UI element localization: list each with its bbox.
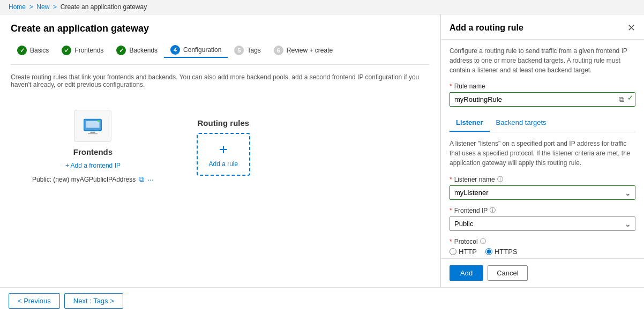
- protocol-label: * Protocol ⓘ: [450, 237, 635, 245]
- right-panel: Add a routing rule ✕ Configure a routing…: [440, 14, 644, 287]
- rule-name-input-wrapper: ⧉ ✓: [450, 92, 635, 107]
- add-rule-plus-icon: +: [219, 141, 228, 158]
- canvas-area: Frontends + Add a frontend IP Public: (n…: [11, 99, 429, 195]
- listener-description: A listener "listens" on a specified port…: [450, 139, 635, 168]
- listener-name-label: * Listener name ⓘ: [450, 175, 635, 183]
- routing-rules-title: Routing rules: [198, 118, 250, 128]
- page-title: Create an application gateway: [11, 23, 429, 34]
- previous-button[interactable]: < Previous: [9, 293, 60, 309]
- frontend-ip-group: * Frontend IP ⓘ Public: [450, 206, 635, 231]
- left-panel: Create an application gateway ✓ Basics ✓…: [0, 14, 440, 287]
- protocol-info-icon[interactable]: ⓘ: [480, 237, 486, 245]
- step-label-basics: Basics: [30, 47, 49, 54]
- step-icon-tags: 5: [234, 46, 244, 55]
- add-button[interactable]: Add: [450, 265, 483, 281]
- routing-rules-block: Routing rules + Add a rule: [197, 118, 250, 176]
- wizard-steps: ✓ Basics ✓ Frontends ✓ Backends 4 Config…: [11, 43, 429, 65]
- drawer-description: Configure a routing rule to send traffic…: [450, 46, 635, 75]
- rule-name-copy-btn[interactable]: ⧉: [617, 94, 626, 105]
- breadcrumb: Home > New > Create an application gatew…: [0, 0, 644, 14]
- next-button[interactable]: Next : Tags >: [64, 293, 123, 309]
- svg-rect-2: [91, 132, 95, 133]
- tab-listener[interactable]: Listener: [450, 114, 490, 132]
- listener-name-group: * Listener name ⓘ: [450, 175, 635, 200]
- protocol-https-radio[interactable]: [485, 248, 492, 255]
- drawer-body: Configure a routing rule to send traffic…: [441, 40, 644, 258]
- drawer-footer: Add Cancel: [441, 258, 644, 287]
- frontend-ip-info-icon[interactable]: ⓘ: [490, 206, 496, 214]
- protocol-radio-group: HTTP HTTPS: [450, 248, 635, 256]
- add-rule-label: Add a rule: [209, 160, 238, 168]
- svg-rect-3: [88, 133, 98, 134]
- listener-name-info-icon[interactable]: ⓘ: [497, 175, 503, 183]
- svg-point-4: [98, 120, 100, 122]
- protocol-https-option[interactable]: HTTPS: [485, 248, 518, 256]
- drawer-close-button[interactable]: ✕: [627, 22, 635, 34]
- step-label-tags: Tags: [247, 47, 260, 54]
- breadcrumb-new[interactable]: New: [36, 3, 49, 11]
- rule-name-input[interactable]: [450, 92, 635, 107]
- drawer-header: Add a routing rule ✕: [441, 14, 644, 40]
- breadcrumb-current: Create an application gateway: [61, 3, 147, 11]
- rule-name-label: * Rule name: [450, 83, 635, 90]
- listener-name-select-wrapper: [450, 185, 635, 200]
- frontends-title: Frontends: [73, 147, 113, 156]
- required-marker: *: [450, 83, 452, 90]
- frontends-block: Frontends + Add a frontend IP Public: (n…: [32, 110, 154, 184]
- frontend-copy-icon[interactable]: ⧉: [139, 175, 144, 184]
- add-rule-box[interactable]: + Add a rule: [197, 133, 250, 176]
- wizard-step-configuration[interactable]: 4 Configuration: [164, 43, 228, 58]
- protocol-group: * Protocol ⓘ HTTP HTTPS: [450, 237, 635, 256]
- frontend-ip-select[interactable]: Public: [450, 216, 635, 231]
- protocol-http-option[interactable]: HTTP: [450, 248, 477, 256]
- step-icon-basics: ✓: [17, 46, 27, 55]
- protocol-http-radio[interactable]: [450, 248, 456, 255]
- step-label-frontends: Frontends: [74, 47, 103, 54]
- step-icon-configuration: 4: [170, 45, 180, 55]
- bottom-bar: < Previous Next : Tags >: [0, 287, 644, 314]
- rule-name-row: ⧉ ✓: [450, 92, 635, 107]
- wizard-step-frontends[interactable]: ✓ Frontends: [55, 43, 110, 57]
- frontend-ip-label: * Frontend IP ⓘ: [450, 206, 635, 214]
- frontend-ip-select-wrapper: Public: [450, 216, 635, 231]
- wizard-step-review[interactable]: 6 Review + create: [267, 43, 339, 57]
- breadcrumb-home[interactable]: Home: [9, 3, 26, 11]
- step-label-review: Review + create: [287, 47, 333, 54]
- rule-name-group: * Rule name ⧉ ✓: [450, 83, 635, 107]
- listener-name-input[interactable]: [450, 185, 635, 200]
- drawer-tabs: Listener Backend targets: [450, 114, 635, 132]
- step-icon-review: 6: [274, 46, 283, 55]
- wizard-step-basics[interactable]: ✓ Basics: [11, 43, 55, 57]
- drawer-title: Add a routing rule: [450, 23, 523, 33]
- step-label-configuration: Configuration: [183, 46, 221, 54]
- step-icon-backends: ✓: [116, 46, 126, 55]
- canvas-description: Create routing rules that link your fron…: [11, 73, 429, 88]
- rule-name-valid-icon: ✓: [627, 94, 633, 105]
- rule-name-actions: ⧉ ✓: [617, 94, 633, 105]
- frontends-icon-box: [74, 110, 111, 142]
- cancel-button[interactable]: Cancel: [488, 265, 527, 281]
- wizard-step-backends[interactable]: ✓ Backends: [110, 43, 164, 57]
- frontend-more-icon[interactable]: ···: [147, 175, 154, 184]
- step-icon-frontends: ✓: [62, 46, 71, 55]
- frontend-item: Public: (new) myAGPublicIPAddress ⧉ ···: [32, 175, 154, 184]
- wizard-step-tags[interactable]: 5 Tags: [228, 43, 267, 57]
- tab-backend-targets[interactable]: Backend targets: [490, 114, 553, 132]
- add-frontend-link[interactable]: + Add a frontend IP: [65, 162, 121, 169]
- frontend-item-label: Public: (new) myAGPublicIPAddress: [32, 176, 136, 183]
- step-label-backends: Backends: [129, 47, 158, 54]
- svg-rect-1: [86, 121, 100, 128]
